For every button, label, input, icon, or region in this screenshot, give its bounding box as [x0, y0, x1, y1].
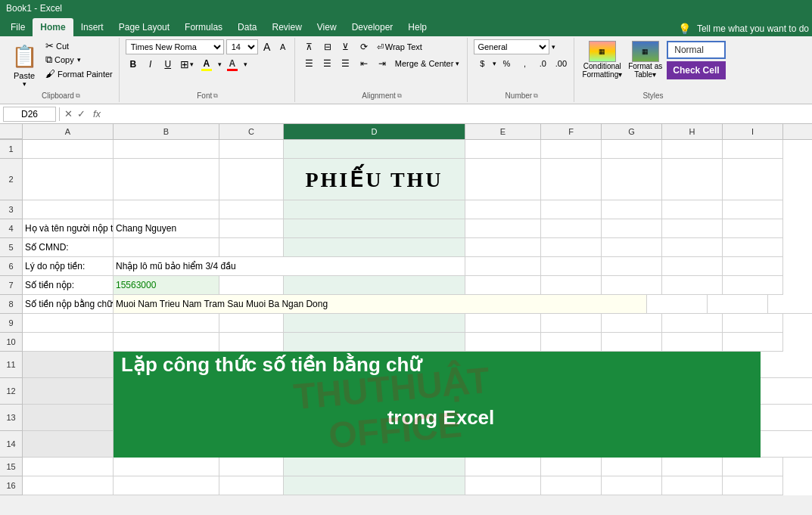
row-header-15[interactable]: 15 [0, 458, 22, 476]
cell-H15[interactable] [662, 458, 723, 476]
cell-B10[interactable] [114, 333, 219, 352]
cell-G8[interactable] [708, 295, 768, 314]
font-expand-icon[interactable]: ⧉ [213, 92, 218, 100]
cell-E5[interactable] [465, 238, 541, 257]
cell-A3[interactable] [23, 200, 114, 219]
conditional-formatting-button[interactable]: ▦ ConditionalFormatting▾ [580, 39, 624, 80]
tab-file[interactable]: File [3, 18, 33, 36]
cell-H16[interactable] [662, 476, 723, 495]
cell-I7[interactable] [723, 276, 783, 295]
cell-F4[interactable] [541, 219, 602, 238]
cell-D1[interactable] [284, 140, 465, 159]
font-family-select[interactable]: Times New Roma [126, 39, 224, 54]
font-color-button[interactable]: A [224, 56, 241, 73]
cell-B8[interactable]: Muoi Nam Trieu Nam Tram Sau Muoi Ba Ngan… [114, 295, 647, 314]
col-header-G[interactable]: G [602, 124, 662, 139]
row-header-10[interactable]: 10 [0, 333, 22, 352]
bold-button[interactable]: B [126, 57, 141, 72]
paste-button[interactable]: 📋 Paste ▾ [8, 39, 41, 89]
cell-F6[interactable] [541, 257, 602, 276]
cell-I13[interactable] [761, 405, 812, 431]
cell-H9[interactable] [662, 314, 723, 333]
cell-H2[interactable] [662, 159, 723, 200]
cell-C1[interactable] [219, 140, 284, 159]
cell-A10[interactable] [23, 333, 114, 352]
cell-G6[interactable] [602, 257, 662, 276]
decimal-increase-button[interactable]: .0 [534, 56, 551, 71]
cell-B5[interactable] [114, 238, 219, 257]
cell-I6[interactable] [723, 257, 783, 276]
cell-A6[interactable]: Lý do nộp tiền: [23, 257, 114, 276]
cell-H3[interactable] [662, 200, 723, 219]
cell-C5[interactable] [219, 238, 284, 257]
align-right-button[interactable]: ☰ [338, 56, 354, 71]
cell-B1[interactable] [114, 140, 219, 159]
cell-G4[interactable] [602, 219, 662, 238]
percent-button[interactable]: % [498, 56, 515, 71]
cell-C15[interactable] [219, 458, 284, 476]
indent-decrease-button[interactable]: ⇤ [356, 56, 372, 71]
copy-button[interactable]: ⧉ Copy ▾ [44, 53, 114, 67]
cell-H5[interactable] [662, 238, 723, 257]
cell-I10[interactable] [723, 333, 783, 352]
underline-button[interactable]: U [160, 57, 176, 72]
cell-I3[interactable] [723, 200, 783, 219]
cell-G5[interactable] [602, 238, 662, 257]
cell-C4[interactable] [219, 219, 284, 238]
align-center-button[interactable]: ☰ [319, 56, 336, 71]
cell-C7[interactable] [219, 276, 284, 295]
align-bottom-button[interactable]: ⊻ [338, 39, 354, 54]
cell-F16[interactable] [541, 476, 602, 495]
cell-F8[interactable] [647, 295, 708, 314]
align-middle-button[interactable]: ⊟ [319, 39, 336, 54]
cell-G9[interactable] [602, 314, 662, 333]
cell-G3[interactable] [602, 200, 662, 219]
row-header-14[interactable]: 14 [0, 431, 22, 458]
cell-C3[interactable] [219, 200, 284, 219]
cell-I15[interactable] [723, 458, 783, 476]
italic-button[interactable]: I [143, 57, 158, 72]
cell-A14[interactable] [23, 431, 114, 458]
decimal-decrease-button[interactable]: .00 [552, 56, 569, 71]
highlight-color-button[interactable]: A [198, 56, 215, 73]
number-format-select[interactable]: General [474, 39, 549, 54]
font-color-dropdown[interactable]: ▾ [244, 60, 247, 68]
cell-E2[interactable] [465, 159, 541, 200]
accounting-dropdown[interactable]: ▾ [493, 60, 496, 67]
cell-A1[interactable] [23, 140, 114, 159]
cell-I11[interactable] [761, 352, 812, 378]
cell-A8[interactable]: Số tiền nộp bằng chữ: [23, 295, 114, 314]
cell-G2[interactable] [602, 159, 662, 200]
cell-E10[interactable] [465, 333, 541, 352]
row-header-4[interactable]: 4 [0, 219, 22, 238]
cell-A15[interactable] [23, 458, 114, 476]
cell-D3[interactable] [284, 200, 465, 219]
clipboard-expand-icon[interactable]: ⧉ [76, 92, 80, 100]
number-format-expand[interactable]: ▾ [552, 43, 555, 51]
cell-C16[interactable] [219, 476, 284, 495]
wrap-text-button[interactable]: ⏎ Wrap Text [374, 41, 425, 54]
cell-D4[interactable] [284, 219, 465, 238]
decrease-font-button[interactable]: A [276, 40, 290, 54]
cell-H8[interactable] [768, 295, 812, 314]
help-text[interactable]: Tell me what you want to do [697, 23, 809, 34]
cell-D2[interactable]: PHIẾU THU [284, 159, 465, 200]
row-header-16[interactable]: 16 [0, 476, 22, 495]
orientation-button[interactable]: ⟳ [356, 39, 372, 54]
tab-review[interactable]: Review [264, 18, 309, 36]
confirm-formula-button[interactable]: ✓ [76, 108, 87, 119]
cell-D16[interactable] [284, 476, 465, 495]
style-normal-button[interactable]: Normal [667, 41, 725, 59]
col-header-F[interactable]: F [541, 124, 602, 139]
cell-E7[interactable] [465, 276, 541, 295]
tab-view[interactable]: View [310, 18, 344, 36]
tab-insert[interactable]: Insert [73, 18, 111, 36]
cell-B9[interactable] [114, 314, 219, 333]
comma-button[interactable]: , [516, 56, 533, 71]
row-header-3[interactable]: 3 [0, 200, 22, 219]
formula-input[interactable] [107, 109, 809, 119]
cell-D9[interactable] [284, 314, 465, 333]
cell-A4[interactable]: Họ và tên người nộp tiền: [23, 219, 114, 238]
row-header-12[interactable]: 12 [0, 378, 22, 405]
cell-E1[interactable] [465, 140, 541, 159]
